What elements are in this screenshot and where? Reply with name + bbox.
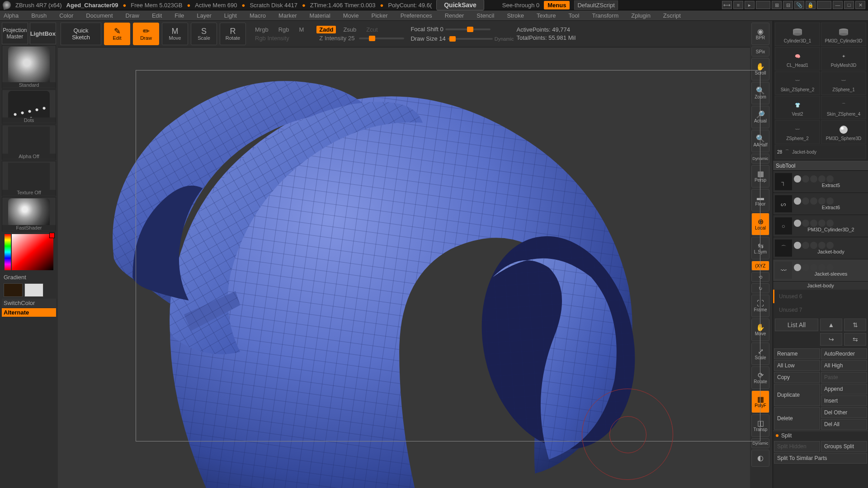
menu-preferences[interactable]: Preferences: [401, 12, 432, 19]
tool-current[interactable]: 28⌒Jacket-body: [775, 145, 866, 159]
menu-color[interactable]: Color: [59, 12, 73, 19]
autoreorder-button[interactable]: AutoReorder: [821, 348, 867, 359]
menu-transform[interactable]: Transform: [592, 12, 618, 19]
menus-button[interactable]: Menus: [544, 1, 570, 9]
list-all-button[interactable]: List All: [775, 319, 818, 331]
append-button[interactable]: Append: [821, 384, 867, 394]
menu-zscript[interactable]: Zscript: [663, 12, 681, 19]
menu-movie[interactable]: Movie: [343, 12, 359, 19]
move-mode-button[interactable]: MMove: [162, 23, 188, 45]
texture-preview[interactable]: Texture Off: [2, 161, 56, 196]
rotate-mode-button[interactable]: RRotate: [220, 23, 246, 45]
menu-picker[interactable]: Picker: [372, 12, 388, 19]
zcut-toggle[interactable]: Zcut: [363, 26, 380, 33]
alpha-preview[interactable]: Alpha Off: [2, 125, 56, 160]
menu-edit[interactable]: Edit: [152, 12, 162, 19]
tool-vest2[interactable]: 👕Vest2: [775, 96, 820, 119]
dock2-icon[interactable]: ⊟: [783, 1, 793, 9]
split-similar-button[interactable]: Split To Similar Parts: [774, 453, 867, 464]
menu-render[interactable]: Render: [445, 12, 464, 19]
subtool-item-selected[interactable]: 〰Jacket-sleeves: [773, 259, 868, 282]
swatch-secondary[interactable]: [4, 283, 23, 297]
switch-color-button[interactable]: SwitchColor: [2, 299, 56, 307]
spix-button[interactable]: SPix: [751, 47, 769, 56]
all-low-button[interactable]: All Low: [774, 360, 820, 371]
menu-file[interactable]: File: [175, 12, 184, 19]
menu-macro[interactable]: Macro: [250, 12, 266, 19]
copy-button[interactable]: Copy: [774, 372, 820, 383]
dynamic-label[interactable]: Dynamic: [495, 36, 514, 42]
menu-material[interactable]: Material: [310, 12, 330, 19]
color-picker[interactable]: [12, 234, 53, 270]
menu-marker[interactable]: Marker: [278, 12, 297, 19]
chevron-icon[interactable]: ▸: [745, 1, 755, 9]
insert-button[interactable]: Insert: [821, 395, 867, 406]
rgb-toggle[interactable]: Rgb: [276, 26, 292, 33]
dock1-icon[interactable]: ⊞: [772, 1, 782, 9]
close-icon[interactable]: ✕: [855, 1, 865, 9]
brush-preview[interactable]: Standard: [2, 45, 56, 89]
tool-polymesh[interactable]: ✦PolyMesh3D: [821, 47, 866, 70]
bars-icon[interactable]: ≡: [733, 1, 743, 9]
clip-icon[interactable]: 📎: [794, 1, 804, 9]
menu-stencil[interactable]: Stencil: [476, 12, 494, 19]
subtool-item[interactable]: ᔕExtract6: [773, 193, 868, 215]
tool-zsphere1[interactable]: 〰ZSphere_1: [821, 71, 866, 95]
menu-zplugin[interactable]: Zplugin: [631, 12, 651, 19]
split-section[interactable]: Split: [773, 431, 868, 440]
mrgb-toggle[interactable]: Mrgb: [252, 26, 271, 33]
maximize-icon[interactable]: □: [844, 1, 854, 9]
move-down-button[interactable]: ↪: [820, 333, 842, 346]
menu-brush[interactable]: Brush: [31, 12, 47, 19]
rename-button[interactable]: Rename: [774, 348, 820, 359]
duplicate-button[interactable]: Duplicate: [774, 384, 820, 406]
quicksave-button[interactable]: QuickSave: [436, 0, 484, 10]
move-swap-button[interactable]: ⇆: [844, 333, 866, 346]
focal-shift-slider[interactable]: [445, 28, 491, 30]
subtool-item[interactable]: ○PM3D_Cylinder3D_2: [773, 215, 868, 237]
menu-draw[interactable]: Draw: [126, 12, 139, 19]
groups-split-button[interactable]: Groups Split: [821, 441, 867, 452]
alternate-button[interactable]: Alternate: [2, 308, 56, 317]
move-dup-button[interactable]: ⇅: [844, 319, 866, 331]
quick-sketch-button[interactable]: Quick Sketch: [61, 23, 101, 45]
zsub-toggle[interactable]: Zsub: [340, 26, 359, 33]
menu-texture[interactable]: Texture: [537, 12, 556, 19]
del-other-button[interactable]: Del Other: [821, 407, 867, 418]
gradient-toggle[interactable]: Gradient: [2, 273, 56, 282]
projection-master-button[interactable]: Projection Master: [2, 23, 28, 44]
solo-button[interactable]: ◐: [751, 450, 769, 467]
split-hidden-button[interactable]: Split Hidden: [774, 441, 820, 452]
zadd-toggle[interactable]: Zadd: [316, 26, 336, 33]
material-preview[interactable]: FastShader: [2, 197, 56, 231]
draw-mode-button[interactable]: ✏Draw: [133, 23, 159, 45]
tool-skinzs2[interactable]: 〰Skin_ZSphere_2: [775, 71, 820, 95]
del-all-button[interactable]: Del All: [821, 419, 867, 430]
move-up-button[interactable]: ▲: [820, 319, 842, 331]
draw-size-slider[interactable]: [448, 38, 493, 40]
swatch-primary[interactable]: [24, 283, 43, 297]
arrows-icon[interactable]: ⟷: [722, 1, 732, 9]
bpr-button[interactable]: ◉BPR: [751, 23, 769, 45]
menu-alpha[interactable]: Alpha: [4, 12, 19, 19]
menu-stroke[interactable]: Stroke: [507, 12, 524, 19]
menu-layer[interactable]: Layer: [197, 12, 212, 19]
default-zscript-button[interactable]: DefaultZScript: [574, 0, 618, 10]
edit-mode-button[interactable]: ✎Edit: [104, 23, 130, 45]
canvas-wrap[interactable]: [58, 47, 750, 488]
tool-pm3dsphere[interactable]: PM3D_Sphere3D: [821, 120, 866, 144]
tool-head[interactable]: 🧠CL_Head1: [775, 47, 820, 70]
subtool-item[interactable]: ┐Extract5: [773, 171, 868, 193]
unused-slot[interactable]: Unused 7: [773, 303, 868, 317]
tool-pm3dcyl[interactable]: PM3D_Cylinder3D: [821, 23, 866, 46]
paste-button[interactable]: Paste: [821, 372, 867, 383]
subtool-item[interactable]: ⌒Jacket-body: [773, 237, 868, 259]
menu-tool[interactable]: Tool: [569, 12, 580, 19]
tool-cyl1[interactable]: Cylinder3D_1: [775, 23, 820, 46]
lightbox-button[interactable]: LightBox: [30, 23, 56, 44]
scale-mode-button[interactable]: SScale: [191, 23, 217, 45]
delete-button[interactable]: Delete: [774, 407, 820, 430]
all-high-button[interactable]: All High: [821, 360, 867, 371]
stroke-preview[interactable]: Dots: [2, 89, 56, 124]
unused-slot[interactable]: Unused 6: [773, 290, 868, 303]
